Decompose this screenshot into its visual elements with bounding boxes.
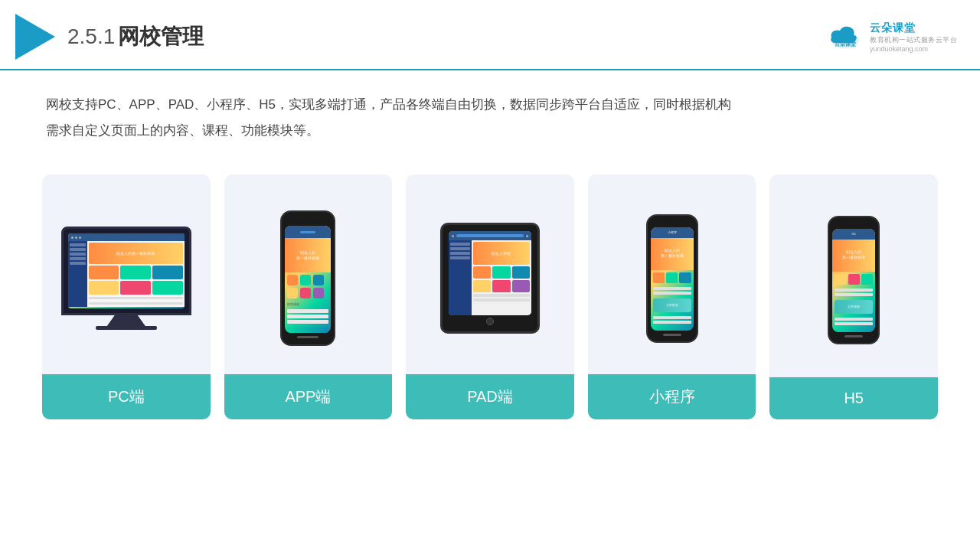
app-phone: 职达人的第一量科精课 推荐课程 <box>280 210 335 346</box>
cards-container: 职达人的第一量科精课 <box>0 159 980 435</box>
brand-tagline: 教育机构一站式服务云平台 <box>870 35 957 45</box>
description: 网校支持PC、APP、PAD、小程序、H5，实现多端打通，产品各终端自由切换，数… <box>0 70 980 152</box>
card-h5: H5 职达人的第一量科精课 立即体验 <box>769 174 938 419</box>
brand-url: yunduoketang.com <box>870 45 957 53</box>
card-app: 职达人的第一量科精课 推荐课程 <box>224 174 393 419</box>
brand-text: 云朵课堂 教育机构一站式服务云平台 yunduoketang.com <box>870 21 957 53</box>
card-miniapp: 小程序 职达人的第一量科精课 立即报名 <box>588 174 756 419</box>
card-miniapp-label: 小程序 <box>588 374 756 419</box>
card-pad-image: 职达人课程 <box>406 174 574 374</box>
header: 2.5.1网校管理 云朵课堂 云朵课堂 教育机构一站式服务云平台 yunduok… <box>0 0 980 70</box>
card-app-label: APP端 <box>224 374 393 419</box>
logo-triangle-icon <box>15 14 55 60</box>
header-left: 2.5.1网校管理 <box>15 14 204 60</box>
title-number: 2.5.1 <box>67 24 115 48</box>
pc-monitor: 职达人的第一量科精课 <box>61 227 191 330</box>
brand-name: 云朵课堂 <box>870 21 957 35</box>
svg-text:云朵课堂: 云朵课堂 <box>835 41 857 47</box>
brand-logo: 云朵课堂 云朵课堂 教育机构一站式服务云平台 yunduoketang.com <box>827 21 957 53</box>
h5-phone: H5 职达人的第一量科精课 立即体验 <box>828 216 880 344</box>
page-title: 2.5.1网校管理 <box>67 22 204 51</box>
miniapp-phone: 小程序 职达人的第一量科精课 立即报名 <box>646 214 698 343</box>
description-line2: 需求自定义页面上的内容、课程、功能模块等。 <box>46 118 934 144</box>
card-pc-label: PC端 <box>42 374 211 419</box>
pad-tablet: 职达人课程 <box>440 223 540 334</box>
card-pc-image: 职达人的第一量科精课 <box>42 174 211 374</box>
card-app-image: 职达人的第一量科精课 推荐课程 <box>224 174 393 374</box>
card-pad: 职达人课程 <box>406 174 574 419</box>
card-miniapp-image: 小程序 职达人的第一量科精课 立即报名 <box>588 174 756 374</box>
card-pad-label: PAD端 <box>406 374 574 419</box>
cloud-icon: 云朵课堂 <box>827 23 864 51</box>
title-text: 网校管理 <box>118 24 204 48</box>
description-line1: 网校支持PC、APP、PAD、小程序、H5，实现多端打通，产品各终端自由切换，数… <box>46 92 934 118</box>
card-pc: 职达人的第一量科精课 <box>42 174 211 419</box>
card-h5-image: H5 职达人的第一量科精课 立即体验 <box>769 174 938 377</box>
card-h5-label: H5 <box>769 377 938 419</box>
